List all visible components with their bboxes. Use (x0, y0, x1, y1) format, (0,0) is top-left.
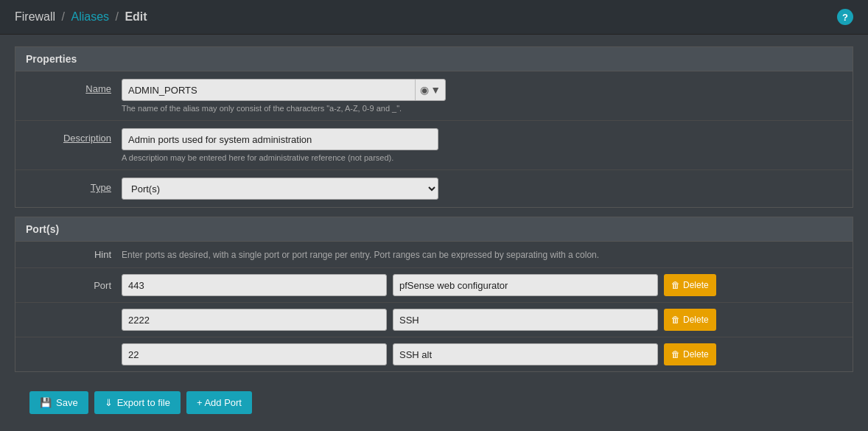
main-content: Properties Name ◉ ▼ The name of the alia… (0, 35, 868, 431)
port-value-1[interactable] (122, 274, 387, 296)
name-input[interactable] (122, 80, 415, 100)
name-control-wrap: ◉ ▼ The name of the alias may only consi… (122, 79, 842, 113)
breadcrumb-aliases[interactable]: Aliases (71, 10, 109, 23)
type-select[interactable]: Port(s) Host(s) Network(s) URL Table URL… (122, 178, 438, 200)
port-desc-3[interactable] (393, 343, 658, 365)
delete-button-3[interactable]: Delete (664, 343, 716, 365)
user-circle-icon: ◉ (420, 84, 429, 96)
type-control-wrap: Port(s) Host(s) Network(s) URL Table URL… (122, 178, 842, 200)
description-label: Description (26, 128, 122, 144)
description-hint: A description may be entered here for ad… (122, 153, 842, 162)
help-icon[interactable]: ? (837, 9, 853, 25)
name-hint: The name of the alias may only consist o… (122, 104, 842, 113)
ports-panel: Port(s) Hint Enter ports as desired, wit… (15, 217, 853, 372)
port-desc-2[interactable] (393, 309, 658, 331)
name-label: Name (26, 79, 122, 94)
breadcrumb-edit: Edit (125, 10, 147, 23)
export-label: Export to file (117, 397, 170, 408)
delete-label-1: Delete (683, 280, 709, 290)
trash-icon-2 (671, 315, 680, 325)
trash-icon-1 (671, 280, 680, 290)
chevron-down-icon: ▼ (430, 84, 441, 96)
sep2: / (116, 10, 122, 23)
port-value-3[interactable] (122, 343, 387, 365)
port-inputs-2: Delete (122, 309, 842, 331)
port-row-1: Port Delete (15, 268, 853, 303)
description-row: Description A description may be entered… (15, 121, 853, 170)
trash-icon-3 (671, 349, 680, 360)
properties-panel-body: Name ◉ ▼ The name of the alias may only … (15, 71, 853, 207)
save-icon: 💾 (40, 397, 52, 408)
download-icon: ⇓ (105, 397, 113, 408)
properties-panel: Properties Name ◉ ▼ The name of the alia… (15, 46, 853, 208)
port-inputs-1: Delete (122, 274, 842, 296)
type-label: Type (26, 178, 122, 193)
type-row: Type Port(s) Host(s) Network(s) URL Tabl… (15, 170, 853, 207)
delete-label-3: Delete (683, 349, 709, 360)
name-input-icon[interactable]: ◉ ▼ (415, 80, 445, 100)
delete-button-2[interactable]: Delete (664, 309, 716, 331)
properties-panel-header: Properties (15, 47, 853, 71)
port-row-3: Delete (15, 337, 853, 371)
action-bar: 💾 Save ⇓ Export to file + Add Port (15, 381, 853, 424)
breadcrumb-firewall: Firewall (15, 10, 55, 23)
add-port-label: + Add Port (197, 397, 242, 408)
hint-content: Enter ports as desired, with a single po… (122, 250, 842, 260)
add-port-button[interactable]: + Add Port (186, 391, 252, 414)
port-label-1: Port (26, 280, 122, 291)
export-button[interactable]: ⇓ Export to file (94, 391, 181, 414)
port-row-2: Delete (15, 303, 853, 337)
save-label: Save (56, 397, 78, 408)
description-input[interactable] (122, 128, 438, 150)
delete-button-1[interactable]: Delete (664, 274, 716, 296)
hint-label: Hint (26, 249, 122, 260)
breadcrumb: Firewall / Aliases / Edit (15, 10, 147, 24)
port-desc-1[interactable] (393, 274, 658, 296)
sep1: / (62, 10, 69, 23)
hint-row: Hint Enter ports as desired, with a sing… (15, 242, 853, 268)
page-header: Firewall / Aliases / Edit ? (0, 0, 868, 35)
description-control-wrap: A description may be entered here for ad… (122, 128, 842, 162)
delete-label-2: Delete (683, 315, 709, 325)
name-input-wrapper: ◉ ▼ (122, 79, 446, 101)
ports-panel-header: Port(s) (15, 217, 853, 242)
ports-panel-body: Hint Enter ports as desired, with a sing… (15, 242, 853, 371)
port-value-2[interactable] (122, 309, 387, 331)
name-row: Name ◉ ▼ The name of the alias may only … (15, 71, 853, 121)
save-button[interactable]: 💾 Save (29, 391, 88, 414)
port-inputs-3: Delete (122, 343, 842, 365)
